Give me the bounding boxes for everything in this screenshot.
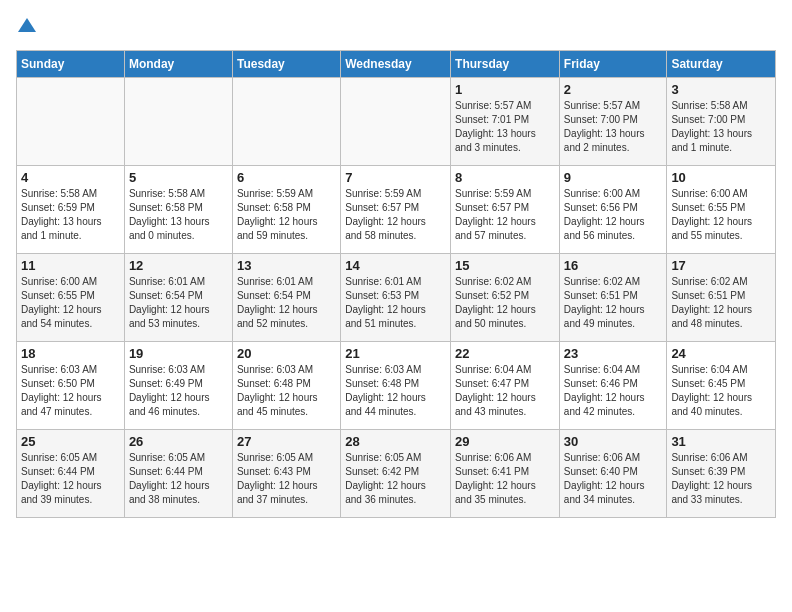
day-number: 7 xyxy=(345,170,446,185)
day-cell: 20Sunrise: 6:03 AM Sunset: 6:48 PM Dayli… xyxy=(232,342,340,430)
day-cell: 29Sunrise: 6:06 AM Sunset: 6:41 PM Dayli… xyxy=(451,430,560,518)
day-cell: 18Sunrise: 6:03 AM Sunset: 6:50 PM Dayli… xyxy=(17,342,125,430)
day-info: Sunrise: 5:59 AM Sunset: 6:57 PM Dayligh… xyxy=(455,187,555,243)
calendar-table: SundayMondayTuesdayWednesdayThursdayFrid… xyxy=(16,50,776,518)
day-info: Sunrise: 6:06 AM Sunset: 6:39 PM Dayligh… xyxy=(671,451,771,507)
day-info: Sunrise: 6:05 AM Sunset: 6:44 PM Dayligh… xyxy=(21,451,120,507)
day-cell: 2Sunrise: 5:57 AM Sunset: 7:00 PM Daylig… xyxy=(559,78,667,166)
day-info: Sunrise: 6:06 AM Sunset: 6:40 PM Dayligh… xyxy=(564,451,663,507)
day-number: 9 xyxy=(564,170,663,185)
day-cell: 10Sunrise: 6:00 AM Sunset: 6:55 PM Dayli… xyxy=(667,166,776,254)
day-info: Sunrise: 6:03 AM Sunset: 6:48 PM Dayligh… xyxy=(237,363,336,419)
day-number: 19 xyxy=(129,346,228,361)
day-number: 13 xyxy=(237,258,336,273)
page-header xyxy=(16,16,776,38)
day-number: 6 xyxy=(237,170,336,185)
day-cell: 14Sunrise: 6:01 AM Sunset: 6:53 PM Dayli… xyxy=(341,254,451,342)
weekday-header-friday: Friday xyxy=(559,51,667,78)
day-info: Sunrise: 6:05 AM Sunset: 6:42 PM Dayligh… xyxy=(345,451,446,507)
weekday-header-tuesday: Tuesday xyxy=(232,51,340,78)
day-cell: 24Sunrise: 6:04 AM Sunset: 6:45 PM Dayli… xyxy=(667,342,776,430)
day-cell: 27Sunrise: 6:05 AM Sunset: 6:43 PM Dayli… xyxy=(232,430,340,518)
day-info: Sunrise: 5:58 AM Sunset: 7:00 PM Dayligh… xyxy=(671,99,771,155)
day-number: 1 xyxy=(455,82,555,97)
weekday-header-sunday: Sunday xyxy=(17,51,125,78)
day-info: Sunrise: 6:02 AM Sunset: 6:51 PM Dayligh… xyxy=(671,275,771,331)
day-cell: 26Sunrise: 6:05 AM Sunset: 6:44 PM Dayli… xyxy=(124,430,232,518)
day-cell: 22Sunrise: 6:04 AM Sunset: 6:47 PM Dayli… xyxy=(451,342,560,430)
weekday-header-thursday: Thursday xyxy=(451,51,560,78)
day-cell: 8Sunrise: 5:59 AM Sunset: 6:57 PM Daylig… xyxy=(451,166,560,254)
day-info: Sunrise: 5:57 AM Sunset: 7:00 PM Dayligh… xyxy=(564,99,663,155)
day-number: 11 xyxy=(21,258,120,273)
day-number: 12 xyxy=(129,258,228,273)
day-cell: 16Sunrise: 6:02 AM Sunset: 6:51 PM Dayli… xyxy=(559,254,667,342)
day-cell: 3Sunrise: 5:58 AM Sunset: 7:00 PM Daylig… xyxy=(667,78,776,166)
day-info: Sunrise: 6:03 AM Sunset: 6:48 PM Dayligh… xyxy=(345,363,446,419)
day-info: Sunrise: 5:58 AM Sunset: 6:58 PM Dayligh… xyxy=(129,187,228,243)
day-cell: 9Sunrise: 6:00 AM Sunset: 6:56 PM Daylig… xyxy=(559,166,667,254)
day-info: Sunrise: 6:04 AM Sunset: 6:45 PM Dayligh… xyxy=(671,363,771,419)
day-number: 16 xyxy=(564,258,663,273)
day-number: 30 xyxy=(564,434,663,449)
day-info: Sunrise: 6:01 AM Sunset: 6:54 PM Dayligh… xyxy=(129,275,228,331)
day-info: Sunrise: 6:05 AM Sunset: 6:43 PM Dayligh… xyxy=(237,451,336,507)
day-number: 17 xyxy=(671,258,771,273)
day-info: Sunrise: 6:00 AM Sunset: 6:55 PM Dayligh… xyxy=(671,187,771,243)
day-cell xyxy=(341,78,451,166)
day-info: Sunrise: 6:03 AM Sunset: 6:49 PM Dayligh… xyxy=(129,363,228,419)
day-number: 25 xyxy=(21,434,120,449)
day-info: Sunrise: 6:02 AM Sunset: 6:52 PM Dayligh… xyxy=(455,275,555,331)
day-number: 26 xyxy=(129,434,228,449)
calendar-header: SundayMondayTuesdayWednesdayThursdayFrid… xyxy=(17,51,776,78)
day-number: 27 xyxy=(237,434,336,449)
day-info: Sunrise: 6:01 AM Sunset: 6:54 PM Dayligh… xyxy=(237,275,336,331)
day-cell: 19Sunrise: 6:03 AM Sunset: 6:49 PM Dayli… xyxy=(124,342,232,430)
day-number: 10 xyxy=(671,170,771,185)
day-cell: 12Sunrise: 6:01 AM Sunset: 6:54 PM Dayli… xyxy=(124,254,232,342)
week-row-4: 18Sunrise: 6:03 AM Sunset: 6:50 PM Dayli… xyxy=(17,342,776,430)
day-number: 5 xyxy=(129,170,228,185)
day-cell: 6Sunrise: 5:59 AM Sunset: 6:58 PM Daylig… xyxy=(232,166,340,254)
day-cell: 1Sunrise: 5:57 AM Sunset: 7:01 PM Daylig… xyxy=(451,78,560,166)
day-info: Sunrise: 6:02 AM Sunset: 6:51 PM Dayligh… xyxy=(564,275,663,331)
day-number: 8 xyxy=(455,170,555,185)
day-info: Sunrise: 5:57 AM Sunset: 7:01 PM Dayligh… xyxy=(455,99,555,155)
day-info: Sunrise: 5:58 AM Sunset: 6:59 PM Dayligh… xyxy=(21,187,120,243)
day-number: 14 xyxy=(345,258,446,273)
day-number: 23 xyxy=(564,346,663,361)
day-cell xyxy=(232,78,340,166)
day-info: Sunrise: 6:00 AM Sunset: 6:55 PM Dayligh… xyxy=(21,275,120,331)
day-number: 3 xyxy=(671,82,771,97)
day-info: Sunrise: 6:00 AM Sunset: 6:56 PM Dayligh… xyxy=(564,187,663,243)
day-number: 15 xyxy=(455,258,555,273)
day-cell xyxy=(124,78,232,166)
weekday-header-monday: Monday xyxy=(124,51,232,78)
day-info: Sunrise: 6:04 AM Sunset: 6:46 PM Dayligh… xyxy=(564,363,663,419)
day-cell: 5Sunrise: 5:58 AM Sunset: 6:58 PM Daylig… xyxy=(124,166,232,254)
day-cell: 11Sunrise: 6:00 AM Sunset: 6:55 PM Dayli… xyxy=(17,254,125,342)
day-info: Sunrise: 6:06 AM Sunset: 6:41 PM Dayligh… xyxy=(455,451,555,507)
svg-marker-0 xyxy=(18,18,36,32)
day-info: Sunrise: 6:04 AM Sunset: 6:47 PM Dayligh… xyxy=(455,363,555,419)
day-info: Sunrise: 5:59 AM Sunset: 6:58 PM Dayligh… xyxy=(237,187,336,243)
day-cell: 17Sunrise: 6:02 AM Sunset: 6:51 PM Dayli… xyxy=(667,254,776,342)
logo xyxy=(16,16,36,38)
day-cell: 13Sunrise: 6:01 AM Sunset: 6:54 PM Dayli… xyxy=(232,254,340,342)
week-row-3: 11Sunrise: 6:00 AM Sunset: 6:55 PM Dayli… xyxy=(17,254,776,342)
day-cell: 28Sunrise: 6:05 AM Sunset: 6:42 PM Dayli… xyxy=(341,430,451,518)
day-info: Sunrise: 6:03 AM Sunset: 6:50 PM Dayligh… xyxy=(21,363,120,419)
week-row-5: 25Sunrise: 6:05 AM Sunset: 6:44 PM Dayli… xyxy=(17,430,776,518)
day-number: 28 xyxy=(345,434,446,449)
day-cell: 15Sunrise: 6:02 AM Sunset: 6:52 PM Dayli… xyxy=(451,254,560,342)
day-number: 24 xyxy=(671,346,771,361)
day-number: 20 xyxy=(237,346,336,361)
day-cell: 25Sunrise: 6:05 AM Sunset: 6:44 PM Dayli… xyxy=(17,430,125,518)
day-cell: 21Sunrise: 6:03 AM Sunset: 6:48 PM Dayli… xyxy=(341,342,451,430)
day-number: 18 xyxy=(21,346,120,361)
week-row-2: 4Sunrise: 5:58 AM Sunset: 6:59 PM Daylig… xyxy=(17,166,776,254)
weekday-header-wednesday: Wednesday xyxy=(341,51,451,78)
day-info: Sunrise: 6:01 AM Sunset: 6:53 PM Dayligh… xyxy=(345,275,446,331)
day-cell xyxy=(17,78,125,166)
day-cell: 23Sunrise: 6:04 AM Sunset: 6:46 PM Dayli… xyxy=(559,342,667,430)
